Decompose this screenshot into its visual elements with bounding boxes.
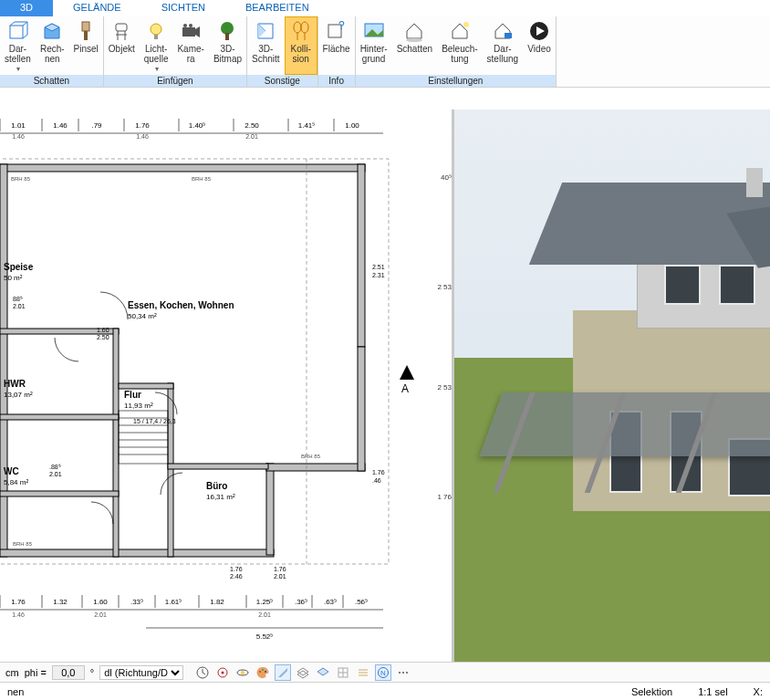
svg-text:2.01: 2.01	[274, 573, 286, 580]
btn-3d-schnitt-label: 3D- Schnitt	[252, 44, 280, 64]
btn-rechnen-label: Rech- nen	[40, 44, 65, 64]
ribbon-group-info: ? Fläche Info	[318, 16, 356, 87]
palette-icon[interactable]	[255, 664, 271, 681]
degree-label: °	[90, 667, 94, 678]
pane-2d-plan[interactable]: 1.011.461.46.791.761.461.40⁵2.502.011.41…	[0, 110, 454, 662]
btn-hintergrund[interactable]: Hinter- grund	[356, 16, 392, 75]
svg-point-147	[259, 671, 261, 673]
svg-rect-9	[84, 31, 88, 40]
svg-marker-17	[195, 26, 200, 37]
tab-3d[interactable]: 3D	[0, 0, 53, 16]
btn-kamera-label: Kame- ra	[177, 44, 203, 64]
snap-lines-icon[interactable]	[355, 664, 371, 681]
btn-3d-schnitt[interactable]: 3D- Schnitt	[247, 16, 285, 75]
svg-text:Flur: Flur	[124, 390, 141, 400]
svg-rect-65	[358, 347, 365, 471]
orbit-icon[interactable]	[234, 664, 251, 681]
btn-3d-bitmap[interactable]: 3D- Bitmap	[209, 16, 246, 75]
chevron-down-icon: ▾	[155, 64, 159, 74]
svg-text:N: N	[380, 669, 386, 677]
svg-text:1.46: 1.46	[136, 133, 149, 140]
svg-text:BRH 85: BRH 85	[11, 176, 31, 182]
btn-kollision[interactable]: Kolli- sion	[285, 16, 317, 75]
btn-flaeche[interactable]: ? Fläche	[318, 16, 355, 75]
lightbulb-icon	[145, 20, 167, 42]
svg-text:A: A	[401, 382, 409, 395]
snap-grid-icon[interactable]	[335, 664, 351, 681]
svg-text:.33⁵: .33⁵	[130, 598, 143, 606]
group-einfuegen-title: Einfügen	[104, 75, 246, 87]
btn-video[interactable]: Video	[523, 16, 556, 75]
unit-label: cm	[5, 667, 19, 678]
svg-text:5,84 m²: 5,84 m²	[4, 478, 28, 486]
svg-text:2.50: 2.50	[245, 121, 259, 130]
render-3d	[454, 110, 770, 662]
btn-3d-bitmap-label: 3D- Bitmap	[213, 44, 242, 64]
btn-video-label: Video	[527, 44, 550, 54]
svg-text:WC: WC	[4, 466, 19, 476]
btn-darstellung[interactable]: Dar- stellung	[483, 16, 523, 75]
phi-input[interactable]	[52, 665, 85, 680]
svg-rect-60	[0, 164, 7, 557]
svg-line-1	[10, 22, 15, 26]
direction-select[interactable]: dl (Richtung/Di	[99, 665, 183, 680]
btn-pinsel[interactable]: Pinsel	[69, 16, 103, 75]
btn-lichtquelle[interactable]: Licht- quelle▾	[140, 16, 173, 75]
btn-darstellen[interactable]: Dar- stellen▾	[0, 16, 36, 75]
svg-point-148	[262, 669, 264, 671]
btn-rechnen[interactable]: Rech- nen	[36, 16, 69, 75]
status-ratio: 1:1 sel	[698, 686, 727, 697]
more-icon[interactable]	[395, 664, 411, 681]
brush-icon	[75, 20, 97, 42]
btn-objekt[interactable]: Objekt	[104, 16, 140, 75]
svg-rect-71	[119, 383, 173, 389]
btn-darstellen-label: Dar- stellen	[5, 44, 31, 64]
svg-text:1.46: 1.46	[53, 121, 68, 130]
svg-text:11,93 m²: 11,93 m²	[124, 402, 153, 410]
svg-point-19	[189, 24, 192, 27]
normal-icon[interactable]: N	[375, 664, 391, 681]
btn-beleuchtung[interactable]: Beleuch- tung	[437, 16, 482, 75]
svg-point-163	[402, 672, 404, 674]
svg-text:Essen, Kochen, Wohnen: Essen, Kochen, Wohnen	[128, 300, 234, 310]
svg-rect-68	[0, 414, 119, 420]
svg-text:50 m²: 50 m²	[4, 274, 23, 282]
tab-bearbeiten[interactable]: BEARBEITEN	[225, 0, 329, 16]
svg-point-144	[222, 671, 224, 674]
svg-text:2.01: 2.01	[258, 611, 271, 618]
svg-rect-61	[358, 164, 365, 347]
svg-text:.56⁵: .56⁵	[355, 598, 368, 606]
clock-icon[interactable]	[194, 664, 211, 681]
snap-face-icon[interactable]	[315, 664, 331, 681]
snap-layers-icon[interactable]	[295, 664, 311, 681]
target-icon[interactable]	[214, 664, 231, 681]
stair-label: 15 / 17,4 / 26,3	[133, 418, 176, 424]
chair-icon	[110, 20, 132, 42]
svg-text:2.46: 2.46	[230, 573, 243, 580]
svg-text:.79: .79	[91, 121, 102, 130]
svg-marker-152	[297, 671, 308, 678]
svg-rect-16	[182, 27, 195, 37]
btn-schatten-settings[interactable]: Schatten	[392, 16, 437, 75]
phi-label: phi =	[25, 667, 47, 678]
svg-line-3	[23, 35, 27, 38]
svg-marker-31	[407, 24, 421, 38]
svg-rect-64	[266, 464, 365, 471]
svg-text:.46: .46	[372, 477, 381, 484]
pane-3d-view[interactable]	[454, 110, 770, 662]
svg-text:1.46: 1.46	[12, 133, 25, 140]
svg-text:1.76: 1.76	[135, 121, 150, 130]
workspace: 1.011.461.46.791.761.461.40⁵2.502.011.41…	[0, 110, 770, 662]
collision-icon	[290, 20, 312, 42]
tab-gelaende[interactable]: GELÄNDE	[53, 0, 141, 16]
svg-marker-150	[278, 668, 287, 677]
btn-kamera[interactable]: Kame- ra	[172, 16, 208, 75]
snap-endpoint-icon[interactable]	[275, 664, 291, 681]
svg-point-164	[406, 672, 408, 674]
group-einstellungen-title: Einstellungen	[356, 75, 556, 87]
svg-point-23	[294, 22, 301, 33]
svg-text:1.76: 1.76	[230, 566, 243, 572]
svg-text:BRH 85: BRH 85	[192, 176, 212, 182]
tab-sichten[interactable]: SICHTEN	[141, 0, 225, 16]
svg-marker-98	[400, 365, 414, 380]
